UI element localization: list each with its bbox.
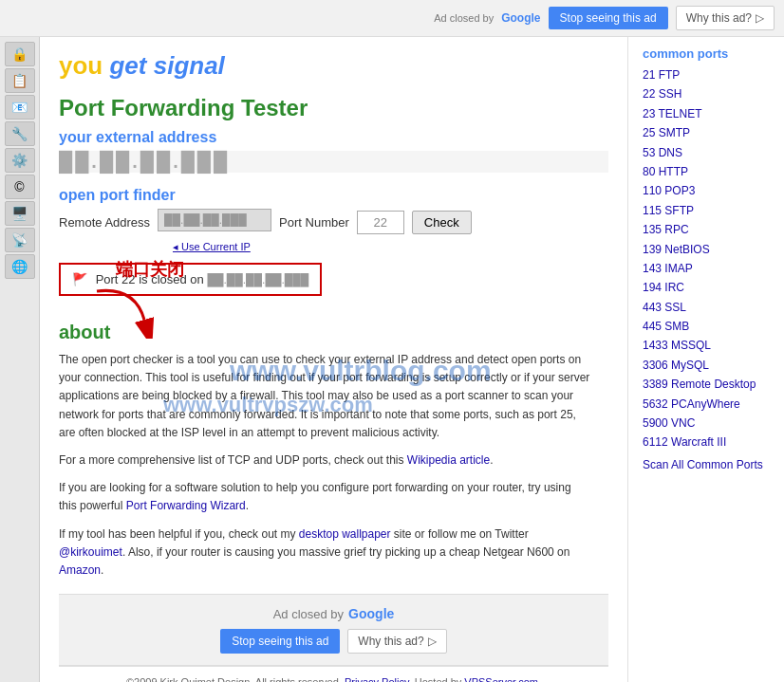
bottom-ad-closed-text: Ad closed by	[273, 607, 344, 621]
logo-you: you	[59, 51, 103, 80]
port-link[interactable]: 115 SFTP	[643, 201, 770, 220]
bottom-ad-bar: Ad closed by Google Stop seeing this ad …	[59, 594, 608, 666]
top-why-this-ad-button[interactable]: Why this ad? ▷	[676, 6, 775, 30]
port-link[interactable]: 80 HTTP	[643, 162, 770, 181]
sidebar-icon-globe[interactable]: 🌐	[5, 254, 35, 279]
port-number-label: Port Number	[279, 215, 349, 230]
port-link[interactable]: 21 FTP	[643, 65, 770, 84]
check-button[interactable]: Check	[412, 211, 472, 234]
external-ip-display: ██.██.██.███	[59, 151, 608, 173]
open-port-finder-label: open port finder	[59, 187, 608, 204]
wikipedia-link[interactable]: Wikipedia article	[407, 453, 490, 467]
amazon-link[interactable]: Amazon	[59, 563, 101, 577]
external-address-label: your external address	[59, 129, 608, 146]
remote-address-input[interactable]	[158, 209, 271, 231]
about-paragraph-3: If you are looking for a software soluti…	[59, 479, 590, 515]
port-status-container: 🚩 Port 22 is closed on ██.██.██.██.███ 端…	[59, 263, 322, 307]
sidebar-icon-copyright[interactable]: ©	[5, 175, 35, 199]
port-link[interactable]: 5632 PCAnyWhere	[643, 395, 770, 414]
port-link[interactable]: 25 SMTP	[643, 123, 770, 142]
sidebar-icon-clipboard[interactable]: 📋	[5, 68, 35, 93]
about-title: about	[59, 322, 608, 343]
top-ad-google-text: Google	[501, 11, 540, 25]
desktop-wallpaper-link[interactable]: desktop wallpaper	[299, 527, 391, 541]
bottom-stop-seeing-button[interactable]: Stop seeing this ad	[220, 629, 340, 654]
play-icon: ▷	[756, 11, 764, 25]
sidebar-icon-settings[interactable]: ⚙️	[5, 148, 35, 173]
logo-get: get	[109, 51, 146, 80]
remote-address-label: Remote Address	[59, 215, 150, 230]
port-status-message: Port 22 is closed on	[96, 272, 204, 286]
sidebar-icon-tools[interactable]: 🔧	[5, 121, 35, 146]
sidebar-icon-network[interactable]: 📡	[5, 228, 35, 252]
bottom-ad-buttons: Stop seeing this ad Why this ad? ▷	[220, 629, 446, 654]
top-stop-seeing-button[interactable]: Stop seeing this ad	[549, 7, 668, 29]
common-ports-title: common ports	[643, 46, 770, 61]
port-link[interactable]: 445 SMB	[643, 317, 770, 336]
logo-section: you get signal	[59, 51, 608, 81]
use-current-ip-link[interactable]: ◂ Use Current IP	[173, 241, 608, 253]
about-paragraph-1: The open port checker is a tool you can …	[59, 351, 590, 442]
scan-all-common-ports-link[interactable]: Scan All Common Ports	[643, 455, 770, 474]
port-status-ip: ██.██.██.██.███	[207, 273, 308, 286]
port-link[interactable]: 5900 VNC	[643, 414, 770, 433]
logo-signal: signal	[154, 51, 225, 80]
sidebar-icon-monitor[interactable]: 🖥️	[5, 201, 35, 226]
common-ports-list: 21 FTP22 SSH23 TELNET25 SMTP53 DNS80 HTT…	[643, 65, 770, 452]
footer-hosted-by: Hosted by	[415, 676, 462, 682]
port-number-input[interactable]	[357, 211, 404, 234]
privacy-policy-link[interactable]: Privacy Policy	[345, 676, 409, 682]
port-link[interactable]: 443 SSL	[643, 298, 770, 317]
port-status-box: 🚩 Port 22 is closed on ██.██.██.██.███	[59, 263, 322, 296]
sidebar-icon-email[interactable]: 📧	[5, 95, 35, 120]
right-sidebar: common ports 21 FTP22 SSH23 TELNET25 SMT…	[627, 37, 784, 682]
port-forwarding-wizard-link[interactable]: Port Forwarding Wizard	[126, 499, 246, 512]
bottom-why-this-ad-button[interactable]: Why this ad? ▷	[347, 629, 446, 654]
port-link[interactable]: 139 NetBIOS	[643, 240, 770, 259]
bottom-google-text: Google	[348, 606, 394, 621]
port-link[interactable]: 23 TELNET	[643, 104, 770, 123]
port-link[interactable]: 53 DNS	[643, 143, 770, 162]
port-link[interactable]: 6112 Warcraft III	[643, 433, 770, 452]
flag-icon: 🚩	[72, 272, 87, 286]
logo: you get signal	[59, 51, 225, 80]
bottom-play-icon: ▷	[428, 635, 437, 648]
top-ad-bar: Ad closed by Google Stop seeing this ad …	[0, 0, 784, 37]
port-link[interactable]: 1433 MSSQL	[643, 336, 770, 355]
page-title: Port Forwarding Tester	[59, 95, 608, 121]
bottom-ad-closed-row: Ad closed by Google	[273, 606, 395, 621]
content-area: you get signal Port Forwarding Tester yo…	[40, 37, 627, 682]
twitter-link[interactable]: @kirkouimet	[59, 545, 122, 559]
top-ad-closed-text: Ad closed by	[434, 12, 494, 24]
port-link[interactable]: 3389 Remote Desktop	[643, 375, 770, 394]
port-link[interactable]: 22 SSH	[643, 84, 770, 103]
vps-server-link[interactable]: VPSServer.com	[464, 676, 538, 682]
port-link[interactable]: 3306 MySQL	[643, 356, 770, 375]
about-paragraph-2: For a more comprehensive list of TCP and…	[59, 452, 590, 470]
port-link[interactable]: 143 IMAP	[643, 259, 770, 278]
about-paragraph-4: If my tool has been helpful if you, chec…	[59, 525, 590, 581]
port-finder-row: Remote Address Port Number Check	[59, 209, 608, 236]
port-link[interactable]: 194 IRC	[643, 278, 770, 297]
footer-copyright: ©2009 Kirk Ouimet Design. All rights res…	[126, 676, 342, 682]
footer: ©2009 Kirk Ouimet Design. All rights res…	[59, 666, 608, 682]
left-sidebar: 🔒 📋 📧 🔧 ⚙️ © 🖥️ 📡 🌐	[0, 37, 40, 682]
port-link[interactable]: 110 POP3	[643, 181, 770, 200]
sidebar-icon-lock[interactable]: 🔒	[5, 42, 35, 66]
main-wrapper: 🔒 📋 📧 🔧 ⚙️ © 🖥️ 📡 🌐 you get signal Port …	[0, 37, 784, 682]
port-link[interactable]: 135 RPC	[643, 220, 770, 239]
